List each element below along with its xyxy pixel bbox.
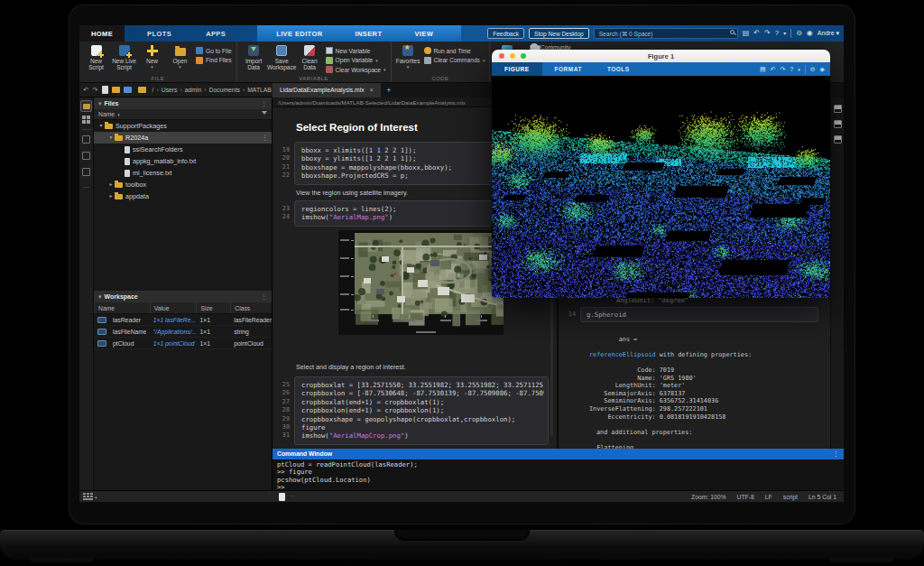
filter-icon[interactable] [262,111,267,117]
breadcrumb-item[interactable]: / [152,87,154,93]
keyboard-icon[interactable] [83,493,93,500]
more-panels-icon[interactable]: ⋯ [79,184,93,191]
file-item[interactable]: appkg_matlab_info.txt [94,155,272,167]
panel-toggle-icon[interactable] [834,105,842,113]
code-block-3[interactable]: cropbboxlat = [33.2571550; 33.2551982; 3… [294,376,549,445]
button-run-and-time[interactable]: Run and Time [424,47,485,54]
minimize-toolstrip-icon[interactable]: ⊖ [796,28,802,39]
code-block-spheroid[interactable]: g.Spheroid [580,307,818,322]
collapse-icon[interactable]: ▾ [98,97,102,109]
redo-icon[interactable]: ↷ [92,86,97,94]
figure-tab-tools[interactable]: TOOLS [595,62,642,76]
save-icon[interactable]: ▤ [743,28,750,39]
apps-panel-icon[interactable] [82,168,90,176]
file-item[interactable]: ▾R2024a⋮ [94,132,272,144]
panel-menu-icon[interactable]: ⋮ [261,291,267,302]
button-favorites[interactable]: Favorites▾ [394,43,422,74]
more-icon[interactable]: ⋯ [290,493,296,500]
new-document-icon[interactable] [102,86,108,94]
pages-panel-icon[interactable] [82,135,90,144]
help-icon[interactable]: ? [775,28,779,39]
button-find-files[interactable]: Find Files [196,57,232,64]
breadcrumb-item[interactable]: Users [162,87,178,93]
button-open[interactable]: Open▾ [166,43,194,74]
button-go-to-file[interactable]: Go to File [196,47,232,54]
point-cloud-canvas[interactable] [492,76,830,298]
panel-toggle-icon[interactable] [834,135,842,144]
reference-ellipsoid-link[interactable]: referenceEllipsoid [589,351,656,358]
command-window-header[interactable]: Command Window ⋮ [273,449,844,459]
close-tab-icon[interactable]: × [370,83,374,97]
minimize-toolstrip-icon[interactable]: ⊖ [810,66,816,73]
panels-grid-icon[interactable] [82,116,90,124]
button-new[interactable]: New▾ [138,43,166,74]
user-menu[interactable]: Andre ▾ [818,30,839,37]
file-item[interactable]: ▾SupportPackages [94,120,272,132]
workspace-column-size[interactable]: Size [196,302,230,313]
tree-arrow-icon[interactable]: ▸ [107,179,115,190]
tab-view[interactable]: VIEW [402,25,445,42]
breadcrumb-item[interactable]: admin [185,87,202,93]
search-input[interactable] [594,28,738,39]
caret-icon[interactable]: ▴ [95,494,97,499]
tree-arrow-icon[interactable]: ▾ [97,120,105,132]
caret-icon[interactable]: ▾ [798,67,800,72]
workspace-column-value[interactable]: Value [150,302,197,313]
stop-new-desktop-button[interactable]: Stop New Desktop [529,28,589,39]
figure-tab-figure[interactable]: FIGURE [492,62,542,76]
command-window[interactable]: ptCloud = readPointCloud(lasReader); >> … [273,459,844,490]
workspace-panel-header[interactable]: ▾ Workspace ⋮ [94,291,272,302]
save-icon[interactable]: ▤ [760,66,766,73]
button-save-workspace[interactable]: Save Workspace [268,43,296,74]
workspace-column-name[interactable]: Name [94,302,150,313]
feedback-button[interactable]: Feedback [487,28,524,39]
undo-icon[interactable]: ↶ [83,86,88,94]
new-tab-button[interactable]: + [381,86,397,95]
panel-menu-icon[interactable]: ⋮ [833,449,839,459]
workspace-row[interactable]: lasFileName"/Applications/...1×1string [94,326,272,338]
item-menu-icon[interactable]: ⋮ [262,132,268,144]
document-icon[interactable] [279,493,285,501]
help-icon[interactable]: ? [790,66,793,72]
tab-live-editor[interactable]: LIVE EDITOR [264,25,334,42]
file-item[interactable]: ▸appdata [94,190,272,202]
panel-menu-icon[interactable]: ⋮ [261,97,267,109]
tab-home[interactable]: HOME [79,25,125,42]
editor-tab[interactable]: LidarDataExampleAnalysis.mlx × [273,83,381,97]
collapse-icon[interactable]: ▾ [98,291,102,302]
file-item[interactable]: ml_license.txt [94,167,272,179]
tab-apps[interactable]: APPS [194,25,237,42]
button-clear-workspace[interactable]: Clear Workspace▾ [326,66,386,73]
panel-toggle-icon[interactable] [834,120,842,128]
workspace-row[interactable]: ptCloud1×1 pointCloud1×1pointCloud [94,338,272,349]
tab-insert[interactable]: INSERT [344,25,394,42]
files-panel-icon[interactable] [80,100,92,112]
redo-icon[interactable]: ↷ [764,28,771,39]
notifications-icon[interactable]: ◉ [807,28,813,39]
figure-tab-format[interactable]: FORMAT [542,62,595,76]
button-new-live-script[interactable]: New Live Script [110,43,138,74]
pin-icon[interactable]: ◈ [820,66,825,73]
open-folder-icon[interactable] [112,87,120,93]
undo-icon[interactable]: ↶ [771,66,776,73]
file-item[interactable]: ssiSearchFolders [94,144,272,155]
breadcrumb-item[interactable]: Documents [209,87,240,93]
file-item[interactable]: ▸toolbox [94,179,272,190]
button-import-data[interactable]: Import Data [240,43,268,74]
workspace-row[interactable]: lasReader1×1 lasFileRe...1×1lasFileReade… [94,314,272,326]
redo-icon[interactable]: ↷ [780,66,785,73]
tree-arrow-icon[interactable]: ▸ [107,190,115,202]
button-new-script[interactable]: New Script [82,43,110,74]
button-clear-commands[interactable]: Clear Commands▾ [424,57,485,64]
history-panel-icon[interactable] [82,152,90,160]
tree-arrow-icon[interactable]: ▾ [107,132,115,144]
figure-titlebar[interactable]: Figure 1 [492,50,830,62]
undo-icon[interactable]: ↶ [753,28,760,39]
figure-window[interactable]: Figure 1 FIGUREFORMATTOOLS ▤ ↶ ↷ ? ▾ ⊖ ◈ [492,50,830,298]
upload-folder-icon[interactable] [124,87,132,93]
workspace-column-class[interactable]: Class [230,302,272,313]
button-clean-data[interactable]: Clean Data [296,43,324,74]
button-open-variable[interactable]: Open Variable▾ [326,57,386,64]
files-column-header[interactable]: Name ▾ [94,109,272,120]
help-caret-icon[interactable]: ▾ [783,28,786,39]
